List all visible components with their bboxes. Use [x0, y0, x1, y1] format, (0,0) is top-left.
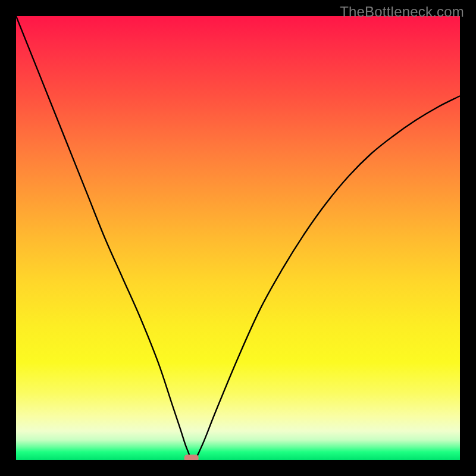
chart-frame: TheBottleneck.com — [0, 0, 476, 476]
bottleneck-curve — [16, 16, 460, 460]
chart-svg — [16, 16, 460, 460]
optimal-marker — [184, 455, 199, 460]
watermark-label: TheBottleneck.com — [340, 4, 464, 20]
plot-area — [16, 16, 460, 460]
